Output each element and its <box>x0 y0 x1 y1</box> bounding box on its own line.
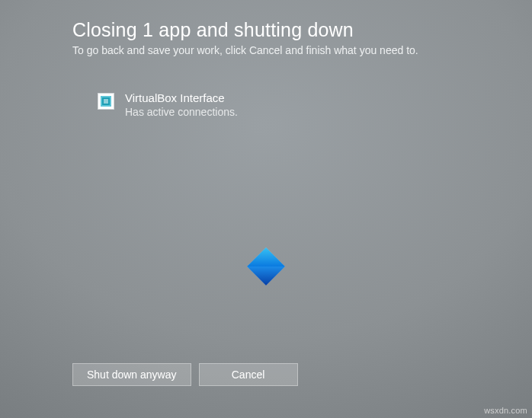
cancel-button[interactable]: Cancel <box>199 363 298 386</box>
blocking-app-status: Has active connections. <box>125 105 238 119</box>
windows-logo-icon <box>245 246 287 287</box>
page-title: Closing 1 app and shutting down <box>72 19 509 41</box>
page-subtitle: To go back and save your work, click Can… <box>72 44 509 56</box>
shut-down-anyway-button[interactable]: Shut down anyway <box>72 363 191 386</box>
watermark-text: wsxdn.com <box>484 406 527 415</box>
shutdown-screen: Closing 1 app and shutting down To go ba… <box>0 0 532 418</box>
blocking-app-name: VirtualBox Interface <box>125 91 238 105</box>
button-row: Shut down anyway Cancel <box>72 363 298 386</box>
blocking-app-text: VirtualBox Interface Has active connecti… <box>125 91 238 119</box>
blocking-app-row: VirtualBox Interface Has active connecti… <box>98 91 238 119</box>
header-block: Closing 1 app and shutting down To go ba… <box>72 19 509 56</box>
svg-rect-3 <box>104 99 108 104</box>
virtualbox-icon <box>98 93 114 110</box>
